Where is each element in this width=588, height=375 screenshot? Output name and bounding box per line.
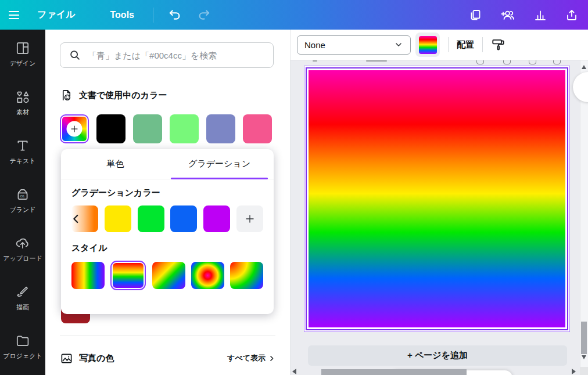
design-icon bbox=[15, 41, 30, 56]
document-colors-header: 文書で使用中のカラー bbox=[60, 89, 167, 102]
svg-text:co.: co. bbox=[20, 193, 26, 197]
gradient-swatch-purple[interactable] bbox=[203, 205, 230, 232]
sidebar-item-design[interactable]: デザイン bbox=[0, 30, 45, 78]
clipped-page-action-icon[interactable] bbox=[553, 60, 561, 64]
gradient-swatch-yellow[interactable] bbox=[105, 205, 131, 232]
chevron-down-icon bbox=[394, 40, 403, 49]
color-swatch-green[interactable] bbox=[133, 114, 162, 143]
add-gradient-color-button[interactable] bbox=[236, 205, 263, 232]
clipped-page-label bbox=[366, 60, 387, 62]
tools-menu[interactable]: Tools bbox=[110, 10, 134, 20]
topbar-actions bbox=[468, 8, 579, 22]
gradient-swatch-blue[interactable] bbox=[170, 205, 197, 232]
redo-icon[interactable] bbox=[196, 8, 211, 23]
brand-icon: co. bbox=[15, 187, 30, 202]
gradient-fill-button[interactable] bbox=[415, 33, 440, 57]
hamburger-menu-icon[interactable] bbox=[7, 8, 21, 22]
gradient-fill-preview bbox=[419, 36, 437, 54]
share-icon[interactable] bbox=[565, 8, 579, 22]
insights-icon[interactable] bbox=[533, 8, 547, 22]
projects-icon bbox=[15, 333, 30, 348]
gradient-style-options bbox=[71, 261, 263, 290]
plus-icon bbox=[245, 214, 255, 224]
color-swatch-lightgreen[interactable] bbox=[170, 114, 199, 143]
gradient-swatch-green[interactable] bbox=[138, 205, 164, 232]
upload-icon bbox=[15, 236, 30, 251]
clipped-page-action-icon[interactable] bbox=[529, 60, 536, 64]
popup-tabs: 単色 グラデーション bbox=[61, 149, 274, 179]
undo-icon[interactable] bbox=[167, 8, 182, 23]
photo-icon bbox=[60, 352, 73, 365]
vertical-scroll-thumb[interactable] bbox=[581, 322, 587, 354]
file-menu[interactable]: ファイル bbox=[37, 9, 76, 21]
panel-divider bbox=[60, 336, 275, 336]
gradient-popup: 単色 グラデーション グラデーションカラー bbox=[61, 149, 274, 314]
scroll-left-icon[interactable] bbox=[70, 212, 83, 225]
style-diagonal[interactable] bbox=[152, 262, 185, 289]
scroll-left-arrow[interactable] bbox=[292, 369, 296, 374]
search-icon bbox=[69, 49, 81, 62]
color-search-input[interactable] bbox=[88, 51, 265, 60]
tab-solid-color[interactable]: 単色 bbox=[63, 149, 167, 179]
document-colors-title: 文書で使用中のカラー bbox=[79, 90, 167, 101]
document-palette-icon bbox=[60, 89, 73, 102]
horizontal-scroll-thumb[interactable] bbox=[321, 369, 467, 375]
color-swatch-pink[interactable] bbox=[243, 114, 272, 143]
fill-type-dropdown[interactable]: None bbox=[297, 35, 411, 55]
chevron-right-icon bbox=[268, 355, 275, 362]
paint-roller-icon[interactable] bbox=[491, 37, 506, 52]
color-swatch-black[interactable] bbox=[96, 114, 126, 143]
invite-members-icon[interactable] bbox=[500, 8, 516, 22]
color-panel: 文書で使用中のカラー 写真の色 すべ bbox=[45, 30, 291, 375]
position-button[interactable]: 配置 bbox=[457, 39, 474, 51]
clipped-page-action-icon[interactable] bbox=[503, 60, 511, 64]
style-radial[interactable] bbox=[191, 262, 224, 289]
pages-view-icon[interactable] bbox=[468, 8, 482, 22]
tab-gradient[interactable]: グラデーション bbox=[167, 149, 271, 179]
page-selection-frame bbox=[304, 66, 570, 332]
sidebar: デザイン 素材 テキスト co. ブランド アップロード 描画 プロジェクト bbox=[0, 30, 45, 375]
scroll-right-arrow[interactable] bbox=[572, 369, 576, 374]
topbar-divider bbox=[153, 8, 153, 23]
panel-handle-button[interactable] bbox=[573, 72, 588, 102]
gradient-color-swatches bbox=[71, 205, 263, 232]
gradient-swatch-orange[interactable] bbox=[71, 205, 98, 232]
color-swatch-slateblue[interactable] bbox=[206, 114, 235, 143]
style-title: スタイル bbox=[71, 243, 263, 254]
text-icon bbox=[15, 138, 30, 153]
canva-editor-window: ファイル Tools デザイン bbox=[0, 0, 588, 375]
sidebar-item-brand[interactable]: co. ブランド bbox=[0, 176, 45, 225]
document-color-swatches bbox=[60, 114, 272, 143]
plus-icon bbox=[67, 121, 83, 137]
style-horizontal[interactable] bbox=[71, 262, 105, 289]
sidebar-item-text[interactable]: テキスト bbox=[0, 127, 45, 176]
clipped-page-label bbox=[313, 60, 317, 62]
add-page-button[interactable]: + ページを追加 bbox=[308, 345, 567, 366]
style-vertical-selected[interactable] bbox=[110, 261, 146, 290]
draw-icon bbox=[15, 284, 30, 300]
selected-page[interactable] bbox=[306, 67, 568, 330]
gradient-colors-title: グラデーションカラー bbox=[71, 188, 263, 199]
style-corner[interactable] bbox=[230, 262, 263, 289]
photo-colors-row: 写真の色 すべて表示 bbox=[60, 348, 275, 368]
page-gradient-fill[interactable] bbox=[309, 70, 565, 327]
photo-colors-title: 写真の色 bbox=[79, 353, 114, 364]
elements-icon bbox=[15, 89, 30, 104]
top-bar: ファイル Tools bbox=[0, 0, 588, 30]
color-search[interactable] bbox=[60, 42, 274, 68]
toolbar-divider bbox=[448, 37, 449, 52]
clipped-page-action-icon[interactable] bbox=[476, 60, 484, 64]
canvas-toolbar: None 配置 bbox=[291, 30, 588, 60]
add-color-swatch-selected[interactable] bbox=[60, 114, 89, 143]
scroll-down-arrow[interactable] bbox=[582, 355, 586, 359]
show-all-link[interactable]: すべて表示 bbox=[227, 353, 275, 363]
sidebar-item-draw[interactable]: 描画 bbox=[0, 273, 45, 322]
canvas-area: + ページを追加 bbox=[291, 60, 588, 375]
scrollbar-corner bbox=[580, 367, 588, 375]
toolbar-divider bbox=[482, 37, 483, 52]
scroll-up-arrow[interactable] bbox=[582, 65, 586, 69]
sidebar-item-upload[interactable]: アップロード bbox=[0, 225, 45, 273]
sidebar-item-projects[interactable]: プロジェクト bbox=[0, 322, 45, 371]
sidebar-item-elements[interactable]: 素材 bbox=[0, 78, 45, 127]
